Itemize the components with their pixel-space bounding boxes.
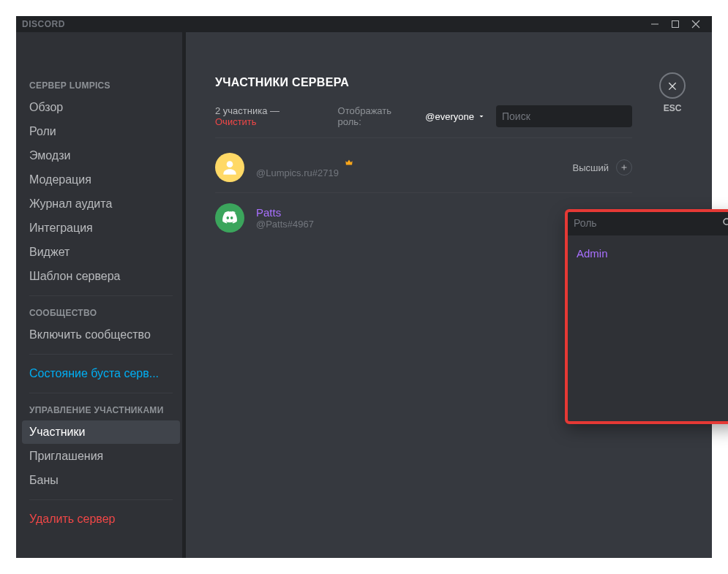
role-picker-popout: Admin bbox=[566, 211, 728, 423]
avatar bbox=[215, 203, 244, 233]
svg-rect-0 bbox=[651, 24, 658, 25]
discord-logo-icon bbox=[220, 208, 239, 227]
sidebar-item-overview[interactable]: Обзор bbox=[22, 96, 180, 119]
sidebar-item-bans[interactable]: Баны bbox=[22, 469, 180, 492]
sidebar-item-moderation[interactable]: Модерация bbox=[22, 168, 180, 192]
plus-icon bbox=[620, 163, 628, 172]
role-filter-dropdown[interactable]: @everyone bbox=[425, 111, 486, 122]
svg-point-2 bbox=[227, 161, 233, 167]
role-highest-label: Высший bbox=[573, 162, 609, 173]
sidebar-item-members[interactable]: Участники bbox=[22, 420, 180, 444]
page-title: УЧАСТНИКИ СЕРВЕРА bbox=[215, 76, 683, 89]
settings-sidebar: СЕРВЕР LUMPICS Обзор Роли Эмодзи Модерац… bbox=[16, 32, 186, 558]
sidebar-item-integrations[interactable]: Интеграция bbox=[22, 216, 180, 240]
member-search[interactable] bbox=[496, 105, 632, 127]
search-input[interactable] bbox=[502, 110, 630, 122]
sidebar-item-boost-status[interactable]: Состояние буста серв... bbox=[22, 362, 180, 385]
close-settings: ESC bbox=[659, 72, 686, 113]
close-button[interactable] bbox=[659, 72, 686, 99]
filter-row: 2 участника — Очистить Отображать роль: … bbox=[215, 105, 632, 127]
role-option-admin[interactable]: Admin bbox=[577, 244, 728, 263]
member-tag: @Patts#4967 bbox=[256, 219, 344, 230]
close-icon bbox=[667, 80, 678, 91]
sidebar-item-enable-community[interactable]: Включить сообщество bbox=[22, 323, 180, 347]
sidebar-header-user-mgmt: УПРАВЛЕНИЕ УЧАСТНИКАМИ bbox=[22, 401, 180, 420]
sidebar-header-server: СЕРВЕР LUMPICS bbox=[22, 76, 180, 95]
chevron-down-icon bbox=[477, 112, 486, 121]
role-filter-value: @everyone bbox=[425, 111, 474, 122]
sidebar-item-widget[interactable]: Виджет bbox=[22, 241, 180, 264]
sidebar-item-template[interactable]: Шаблон сервера bbox=[22, 265, 180, 288]
role-picker-search[interactable] bbox=[566, 211, 728, 235]
sidebar-header-community: СООБЩЕСТВО bbox=[22, 303, 180, 322]
member-name: Patts bbox=[256, 206, 344, 219]
member-row[interactable]: Lumpics.ru @Lumpics.ru#2719 Высший bbox=[215, 143, 632, 192]
role-search-input[interactable] bbox=[574, 217, 721, 229]
app-window: DISCORD СЕРВЕР LUMPICS Обзор Роли Эмодзи… bbox=[16, 16, 712, 558]
window-close-button[interactable] bbox=[686, 16, 706, 32]
clear-filter-link[interactable]: Очистить bbox=[215, 116, 257, 127]
member-tag: @Lumpics.ru#2719 bbox=[256, 167, 354, 178]
esc-label: ESC bbox=[664, 103, 682, 113]
wordmark: DISCORD bbox=[22, 19, 65, 29]
member-count: 2 участника — Очистить bbox=[215, 105, 320, 127]
divider bbox=[215, 137, 632, 138]
owner-crown-icon bbox=[344, 157, 354, 167]
sidebar-item-audit-log[interactable]: Журнал аудита bbox=[22, 192, 180, 216]
content-area: ESC УЧАСТНИКИ СЕРВЕРА 2 участника — Очис… bbox=[186, 32, 712, 558]
svg-rect-1 bbox=[672, 21, 679, 28]
member-count-text: 2 участника bbox=[215, 105, 267, 116]
sidebar-item-invites[interactable]: Приглашения bbox=[22, 445, 180, 468]
titlebar: DISCORD bbox=[16, 16, 712, 32]
window-maximize-button[interactable] bbox=[665, 16, 686, 32]
window-minimize-button[interactable] bbox=[645, 16, 665, 32]
avatar-placeholder-icon bbox=[220, 158, 239, 177]
sidebar-item-delete-server[interactable]: Удалить сервер bbox=[22, 507, 180, 531]
sidebar-item-roles[interactable]: Роли bbox=[22, 120, 180, 143]
role-filter-label: Отображать роль: bbox=[338, 105, 416, 127]
add-role-button[interactable] bbox=[616, 159, 632, 175]
sidebar-item-emoji[interactable]: Эмодзи bbox=[22, 144, 180, 167]
search-icon bbox=[721, 216, 728, 230]
dash: — bbox=[270, 105, 279, 116]
avatar bbox=[215, 153, 244, 182]
